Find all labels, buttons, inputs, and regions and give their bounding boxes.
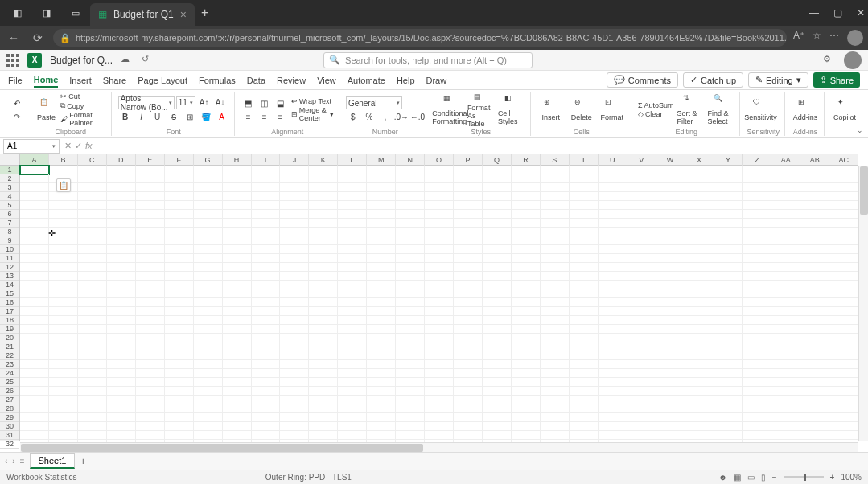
column-header[interactable]: L — [338, 154, 367, 166]
cell[interactable] — [627, 272, 656, 281]
cell[interactable] — [165, 396, 194, 404]
zoom-out-button[interactable]: − — [772, 473, 777, 482]
cell[interactable] — [771, 166, 800, 174]
cell[interactable] — [627, 263, 656, 272]
cell[interactable] — [309, 334, 338, 342]
cell[interactable] — [627, 183, 656, 192]
align-left-button[interactable]: ≡ — [241, 110, 256, 123]
cell[interactable] — [570, 210, 599, 219]
cell[interactable] — [49, 316, 78, 325]
cell[interactable] — [714, 236, 743, 245]
cell[interactable] — [280, 174, 309, 183]
cell[interactable] — [656, 192, 685, 201]
cell[interactable] — [425, 369, 454, 378]
tab-automate[interactable]: Automate — [348, 74, 385, 87]
cell[interactable] — [396, 404, 425, 413]
cell[interactable] — [829, 201, 858, 210]
cell[interactable] — [656, 396, 685, 404]
cell[interactable] — [338, 228, 367, 236]
cell[interactable] — [743, 387, 771, 396]
cell[interactable] — [338, 254, 367, 263]
cell[interactable] — [627, 281, 656, 289]
row-header[interactable]: 16 — [0, 298, 19, 307]
cell[interactable] — [512, 298, 541, 307]
cell[interactable] — [49, 360, 78, 369]
cell[interactable] — [20, 281, 49, 289]
cell[interactable] — [483, 342, 512, 351]
cell[interactable] — [743, 334, 771, 342]
cell[interactable] — [714, 422, 743, 431]
shrink-font-button[interactable]: A↓ — [213, 96, 228, 109]
cell[interactable] — [165, 174, 194, 183]
sheet-tab[interactable]: Sheet1 — [30, 453, 76, 469]
cell[interactable] — [280, 166, 309, 174]
cell[interactable] — [541, 431, 570, 440]
cell[interactable] — [338, 307, 367, 316]
cell[interactable] — [656, 422, 685, 431]
cell[interactable] — [800, 263, 829, 272]
tab-file[interactable]: File — [8, 74, 23, 87]
row-header[interactable]: 19 — [0, 325, 19, 334]
cell[interactable] — [627, 431, 656, 440]
profile-icon[interactable]: ◧ — [10, 5, 26, 21]
minimize-window-icon[interactable]: ― — [809, 7, 819, 18]
cell[interactable] — [396, 360, 425, 369]
cell[interactable] — [800, 210, 829, 219]
column-header[interactable]: Z — [743, 154, 771, 166]
cell[interactable] — [136, 422, 165, 431]
cell[interactable] — [280, 369, 309, 378]
cell[interactable] — [627, 387, 656, 396]
cell[interactable] — [78, 289, 107, 298]
cell[interactable] — [223, 174, 252, 183]
cell[interactable] — [78, 422, 107, 431]
fill-color-button[interactable]: 🪣 — [199, 111, 213, 124]
row-header[interactable]: 17 — [0, 307, 19, 316]
cell[interactable] — [800, 325, 829, 334]
column-header[interactable]: G — [194, 154, 223, 166]
cell[interactable] — [685, 254, 714, 263]
cell[interactable] — [425, 281, 454, 289]
cell[interactable] — [685, 183, 714, 192]
column-header[interactable]: C — [78, 154, 107, 166]
cell[interactable] — [20, 263, 49, 272]
cell[interactable] — [280, 342, 309, 351]
cell[interactable] — [165, 183, 194, 192]
autosum-button[interactable]: ΣAutoSum — [638, 101, 674, 109]
cell[interactable] — [771, 272, 800, 281]
cell[interactable] — [599, 281, 627, 289]
row-header[interactable]: 18 — [0, 316, 19, 325]
cell[interactable] — [771, 378, 800, 387]
cell[interactable] — [714, 201, 743, 210]
cell[interactable] — [771, 219, 800, 228]
cell[interactable] — [223, 369, 252, 378]
cell[interactable] — [454, 360, 483, 369]
cell[interactable] — [396, 396, 425, 404]
row-header[interactable]: 7 — [0, 219, 19, 228]
cell[interactable] — [367, 228, 396, 236]
cell[interactable] — [656, 289, 685, 298]
cell[interactable] — [685, 192, 714, 201]
cell[interactable] — [743, 166, 771, 174]
cell[interactable] — [656, 210, 685, 219]
row-header[interactable]: 22 — [0, 351, 19, 360]
grow-font-button[interactable]: A↑ — [197, 96, 212, 109]
cell[interactable] — [78, 254, 107, 263]
cell[interactable] — [714, 183, 743, 192]
cell[interactable] — [483, 378, 512, 387]
cell[interactable] — [541, 228, 570, 236]
close-window-icon[interactable]: ✕ — [857, 7, 865, 18]
cell[interactable] — [743, 236, 771, 245]
cell[interactable] — [136, 387, 165, 396]
cell[interactable] — [20, 325, 49, 334]
cell[interactable] — [194, 351, 223, 360]
undo-button[interactable]: ↶ — [10, 96, 24, 109]
cell[interactable] — [627, 254, 656, 263]
cell[interactable] — [309, 360, 338, 369]
column-header[interactable]: AB — [800, 154, 829, 166]
cell[interactable] — [829, 404, 858, 413]
cell[interactable] — [512, 316, 541, 325]
cell[interactable] — [367, 413, 396, 422]
cell[interactable] — [367, 166, 396, 174]
cell[interactable] — [541, 325, 570, 334]
cell[interactable] — [483, 166, 512, 174]
